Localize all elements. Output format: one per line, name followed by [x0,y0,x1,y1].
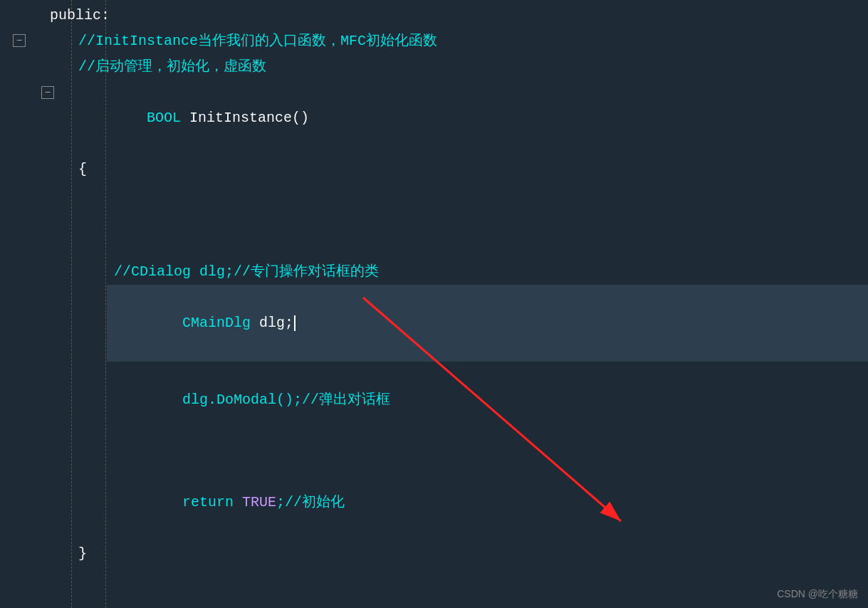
code-text: return TRUE;//初始化 [114,464,345,541]
code-text: //CDialog dlg;//专门操作对话框的类 [114,259,379,285]
line-16 [71,592,868,608]
line-3: //启动管理，初始化，虚函数 [71,54,868,80]
line-13: return TRUE;//初始化 [107,464,868,541]
line-5: { [71,157,868,182]
collapse-bool-btn[interactable]: − [41,86,54,99]
code-text: } [78,541,87,567]
code-container: public: − //InitInstance当作我们的入口函数，MFC初始化… [0,0,868,608]
code-text: { [78,157,87,182]
line-11: dlg.DoModal();//弹出对话框 [107,362,868,439]
code-text: BOOL InitInstance() [78,80,309,157]
line-4: − BOOL InitInstance() [71,80,868,157]
line-10: CMainDlg dlg; [107,285,868,362]
line-7 [107,208,868,234]
code-text: //启动管理，初始化，虚函数 [78,54,266,80]
line-6 [107,182,868,208]
code-text: dlg.DoModal();//弹出对话框 [114,362,390,439]
collapse-init-btn[interactable]: − [13,34,26,47]
line-1: public: [43,3,868,28]
line-15 [71,567,868,592]
code-text: public: [50,3,110,28]
code-area: public: − //InitInstance当作我们的入口函数，MFC初始化… [36,0,868,608]
line-2: //InitInstance当作我们的入口函数，MFC初始化函数 [71,28,868,54]
line-14: } [71,541,868,567]
line-9: //CDialog dlg;//专门操作对话框的类 [107,259,868,285]
watermark: CSDN @吃个糖糖 [777,588,858,601]
line-12 [107,439,868,464]
code-text: CMainDlg dlg; [114,285,296,362]
line-8 [107,234,868,259]
code-text: //InitInstance当作我们的入口函数，MFC初始化函数 [78,28,437,54]
